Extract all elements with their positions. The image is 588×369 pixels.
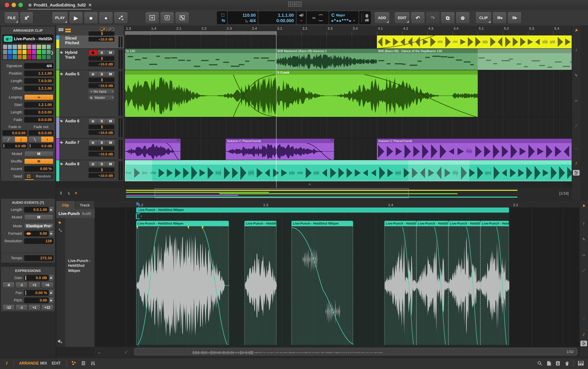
- add-menu-button[interactable]: ADD: [374, 11, 390, 24]
- stop-button[interactable]: ■: [84, 11, 98, 24]
- muted-toggle[interactable]: M: [24, 151, 53, 157]
- dual-display-icon[interactable]: [81, 361, 86, 366]
- palette-swatch[interactable]: [46, 44, 51, 49]
- pan-slider[interactable]: [89, 168, 114, 172]
- loop-fade-display[interactable]: ∞: [307, 11, 329, 24]
- tab-track[interactable]: Track: [75, 201, 95, 209]
- pen-tool-icon[interactable]: ✎: [572, 73, 580, 78]
- volume-field[interactable]: −10.0 dB: [89, 130, 114, 135]
- track-lane[interactable]: [125, 35, 572, 49]
- pitch-expand[interactable]: ▶: [49, 297, 53, 303]
- length-field[interactable]: 7.0.0.00: [24, 78, 53, 84]
- palette-swatch[interactable]: [37, 54, 41, 60]
- record-arm-button[interactable]: [89, 72, 98, 77]
- palette-swatch[interactable]: [22, 54, 27, 60]
- hand-tool-icon[interactable]: [565, 361, 570, 366]
- edit-project-button[interactable]: [20, 11, 33, 24]
- arranger-ruler[interactable]: 1.31.42.12.22.32.43.13.23.33.44.14.24.34…: [125, 26, 572, 36]
- offset-field[interactable]: 1.2.1.00: [24, 85, 53, 91]
- overview-view-range[interactable]: [155, 188, 409, 198]
- eraser-tool-icon[interactable]: ▱: [579, 253, 588, 257]
- pen-tool-icon[interactable]: ✎: [579, 237, 588, 242]
- volume-field[interactable]: −10.0 dB: [89, 37, 114, 41]
- mixer-panel-icon[interactable]: [90, 361, 95, 366]
- record-arm-button[interactable]: [89, 50, 98, 55]
- list-view-icon[interactable]: [65, 28, 71, 33]
- ae-resolution-field[interactable]: 128: [24, 238, 53, 244]
- audio-event-layer-icon[interactable]: [58, 221, 63, 225]
- pan-slider[interactable]: [89, 31, 114, 36]
- palette-swatch[interactable]: [17, 44, 22, 49]
- view-mix-button[interactable]: MIX: [40, 361, 47, 365]
- mute-button[interactable]: M: [106, 72, 115, 77]
- solo-button[interactable]: S: [98, 162, 106, 167]
- gain-step-button[interactable]: +1: [28, 282, 40, 288]
- palette-swatch[interactable]: [32, 44, 36, 49]
- palette-swatch[interactable]: [37, 44, 41, 49]
- audio-event[interactable]: Live-Punch - HeldShu: [384, 221, 416, 345]
- track-header-audio-5[interactable]: Audio 5SM−10.0 dB◄No input▾Master▾: [56, 70, 124, 117]
- fade-out-linear-button[interactable]: ╲: [29, 137, 41, 142]
- panel-divider[interactable]: [56, 26, 56, 369]
- pan-field[interactable]: 0.00 %: [24, 290, 49, 296]
- pan-slider[interactable]: [89, 125, 114, 129]
- pan-slider[interactable]: [89, 56, 114, 61]
- palette-swatch[interactable]: [3, 54, 8, 60]
- ae-length-field[interactable]: 0.0.1.00: [24, 207, 49, 212]
- looping-toggle[interactable]: ∞: [24, 94, 53, 100]
- record-arm-button[interactable]: [89, 119, 98, 124]
- palette-swatch[interactable]: [27, 44, 32, 49]
- search-icon[interactable]: [537, 361, 542, 366]
- position-field[interactable]: 1.1.1.00: [24, 70, 53, 76]
- record-arm-icon[interactable]: [365, 14, 369, 18]
- document-tab[interactable]: Prod01_AudioEditing_full2 ✕: [29, 1, 92, 9]
- color-palette[interactable]: [2, 44, 51, 60]
- mute-button[interactable]: M: [106, 162, 115, 167]
- track-lane[interactable]: [125, 160, 572, 182]
- ae-mode-select[interactable]: Elastique Pro▾: [24, 223, 53, 229]
- slide-content-left-button[interactable]: ‖‖◂: [492, 11, 507, 24]
- palette-swatch[interactable]: [8, 54, 12, 60]
- solo-button[interactable]: S: [98, 50, 106, 55]
- arranger-playhead[interactable]: [276, 35, 277, 188]
- file-menu-button[interactable]: FILE: [4, 11, 19, 24]
- fade-curve-icon[interactable]: [318, 14, 323, 17]
- editor-clip-reference[interactable]: Live-Punch Aud8: [56, 209, 95, 218]
- track-header-sliced-pitched[interactable]: Sliced Pitched−10.0 dB: [56, 35, 124, 49]
- window-close-button[interactable]: [5, 3, 9, 7]
- project-folder-icon[interactable]: [365, 19, 369, 21]
- time-select-tool-icon[interactable]: Ι: [572, 48, 580, 52]
- delete-button[interactable]: ⊗: [456, 11, 470, 24]
- clip-menu-button[interactable]: CLIP: [475, 11, 492, 24]
- clip-808-mastered-bass-08-bounce-1[interactable]: 808 Mastered (Bass-08)-bounce-1: [276, 49, 377, 70]
- clip-name-field[interactable]: ◉▾ Live-Punch - HeldShut 9: [2, 34, 53, 43]
- piano-keyboard-icon[interactable]: [578, 361, 584, 366]
- palette-swatch[interactable]: [12, 44, 17, 49]
- dice-icon[interactable]: ⚄: [24, 174, 33, 179]
- track-lane[interactable]: 5 Crank: [125, 70, 572, 117]
- signature-field[interactable]: 4/4: [24, 63, 53, 69]
- eraser-tool-icon[interactable]: ▱: [572, 98, 580, 103]
- duplicate-button[interactable]: ⧉: [441, 11, 455, 24]
- output-select[interactable]: Master▾: [89, 95, 114, 100]
- pointer-tool-icon[interactable]: ➤: [580, 201, 587, 210]
- pan-slider[interactable]: [89, 78, 114, 82]
- editor-horizontal-scrollbar[interactable]: 1/32: [134, 348, 578, 355]
- palette-swatch[interactable]: [32, 49, 36, 54]
- knife-tool-icon[interactable]: ⟋: [579, 268, 588, 273]
- palette-swatch[interactable]: [3, 49, 8, 54]
- mute-button[interactable]: M: [106, 119, 115, 124]
- clip-autumn-c-pianochords[interactable]: Autumn C PianoChords↻: [226, 139, 334, 160]
- record-arm-button[interactable]: [89, 140, 98, 145]
- play-button[interactable]: ▶: [69, 11, 83, 24]
- accent-field[interactable]: 0.00 %: [24, 166, 53, 172]
- fade-in-gain-field[interactable]: 0.0 dB: [2, 143, 27, 149]
- pitch-step-button[interactable]: +1: [28, 304, 40, 310]
- zoom-fit-icon[interactable]: ⇕: [59, 191, 63, 195]
- shuffle-toggle[interactable]: ≋: [24, 158, 53, 164]
- gain-step-button[interactable]: -1: [15, 282, 28, 288]
- tempo-signature-display[interactable]: 110.00 ◺4/4: [228, 11, 258, 24]
- pitch-step-button[interactable]: +12: [41, 304, 53, 310]
- record-button[interactable]: ●: [99, 11, 113, 24]
- palette-swatch[interactable]: [12, 54, 17, 60]
